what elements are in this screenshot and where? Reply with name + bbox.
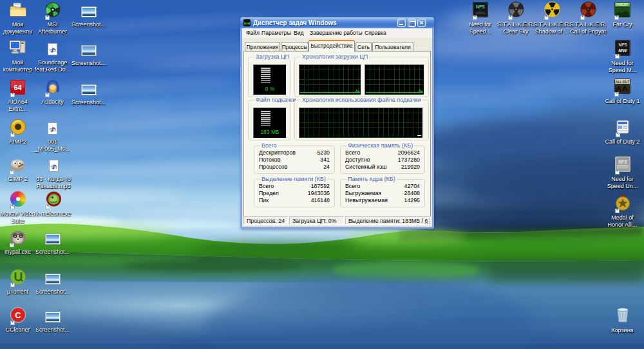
svg-text:MW: MW (618, 48, 627, 53)
svg-text:C: C (15, 310, 21, 320)
svg-text:64: 64 (14, 84, 22, 91)
svg-text:FARCRY: FARCRY (616, 3, 628, 6)
svg-text:NFS: NFS (476, 5, 485, 9)
svg-text:CALL·DUTY: CALL·DUTY (614, 80, 630, 84)
svg-text:NFS: NFS (618, 42, 627, 47)
svg-text:NFS: NFS (618, 160, 627, 164)
